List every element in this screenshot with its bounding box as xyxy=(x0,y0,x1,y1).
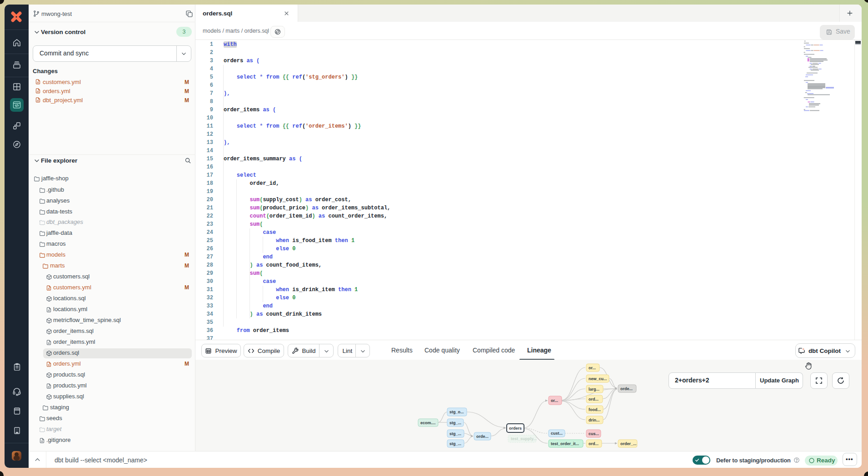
svg-text:or...: or... xyxy=(551,398,558,403)
svg-text:cust...: cust... xyxy=(551,431,563,436)
svg-text:stg_o...: stg_o... xyxy=(449,410,464,414)
svg-text:drin...: drin... xyxy=(589,418,600,422)
svg-text:orders: orders xyxy=(509,426,522,431)
svg-text:new_cu...: new_cu... xyxy=(589,377,607,381)
svg-text:orde...: orde... xyxy=(620,387,633,391)
svg-text:food...: food... xyxy=(589,407,601,412)
svg-text:ecom....: ecom.... xyxy=(420,421,436,425)
svg-text:cus...: cus... xyxy=(589,431,599,436)
svg-text:test_order_it...: test_order_it... xyxy=(551,441,579,446)
svg-text:orde...: orde... xyxy=(476,434,489,439)
svg-text:stg_...: stg_... xyxy=(449,431,461,436)
svg-text:ord...: ord... xyxy=(589,441,599,446)
svg-text:or...: or... xyxy=(589,366,596,370)
svg-text:stg_...: stg_... xyxy=(449,421,461,425)
svg-text:larg...: larg... xyxy=(589,387,599,392)
svg-text:order_...: order_... xyxy=(620,441,637,446)
svg-text:test_supply...: test_supply... xyxy=(511,436,537,441)
svg-text:stg_...: stg_... xyxy=(449,441,461,446)
svg-text:ord...: ord... xyxy=(589,397,599,402)
